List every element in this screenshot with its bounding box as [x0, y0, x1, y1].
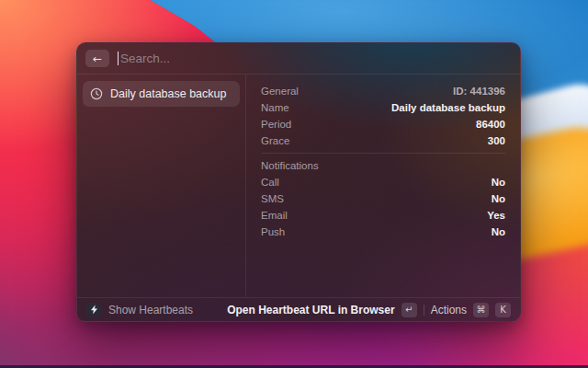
detail-value-grace: 300 — [488, 135, 505, 146]
detail-row-sms: SMS No — [261, 190, 505, 207]
detail-section-divider — [261, 153, 505, 154]
back-button[interactable]: ← — [85, 50, 109, 67]
detail-row-push: Push No — [261, 224, 505, 240]
detail-panel: General ID: 441396 Name Daily database b… — [246, 75, 520, 297]
primary-action-label: Open Heartbeat URL in Browser — [227, 304, 394, 316]
detail-row-call: Call No — [261, 174, 505, 190]
detail-label: Push — [261, 226, 285, 237]
detail-label: Email — [261, 210, 288, 221]
search-field-wrap — [118, 52, 512, 65]
return-key-icon: ↵ — [401, 303, 417, 317]
detail-row-grace: Grace 300 — [261, 132, 505, 149]
detail-row-period: Period 86400 — [261, 116, 505, 132]
extension-name-label: Show Heartbeats — [108, 304, 193, 316]
list-item-label: Daily database backup — [110, 87, 226, 100]
bolt-icon — [86, 303, 101, 317]
detail-value-email: Yes — [487, 210, 505, 221]
actions-label: Actions — [431, 304, 467, 316]
detail-value-name: Daily database backup — [391, 102, 505, 113]
detail-label: Name — [261, 102, 289, 113]
detail-label: Period — [261, 119, 291, 130]
footer-actions: Open Heartbeat URL in Browser ↵ Actions … — [227, 303, 511, 317]
footer-divider — [424, 305, 424, 316]
command-key-icon: ⌘ — [473, 303, 489, 317]
window-body: Daily database backup General ID: 441396… — [77, 75, 520, 297]
detail-row-notifications-header: Notifications — [261, 157, 505, 174]
detail-value-call: No — [492, 177, 505, 188]
search-bar: ← — [77, 43, 520, 75]
search-input[interactable] — [120, 52, 512, 65]
action-bar: Show Heartbeats Open Heartbeat URL in Br… — [77, 297, 520, 321]
detail-section-label: Notifications — [261, 160, 319, 171]
actions-menu-button[interactable]: Actions ⌘ K — [431, 303, 511, 317]
command-palette-window: ← Daily database backup — [76, 42, 521, 322]
k-key-icon: K — [495, 303, 511, 317]
detail-value-id: ID: 441396 — [453, 86, 505, 97]
primary-action-button[interactable]: Open Heartbeat URL in Browser ↵ — [227, 303, 416, 317]
detail-value-sms: No — [492, 193, 505, 204]
detail-label: General — [261, 86, 299, 97]
detail-label: SMS — [261, 193, 284, 204]
detail-value-period: 86400 — [476, 119, 505, 130]
detail-row-name: Name Daily database backup — [261, 99, 505, 116]
detail-value-push: No — [492, 226, 505, 237]
detail-label: Grace — [261, 135, 289, 146]
clock-icon — [90, 87, 103, 100]
results-list: Daily database backup — [77, 75, 246, 297]
detail-row-general: General ID: 441396 — [261, 83, 505, 99]
desktop: ← Daily database backup — [0, 0, 588, 368]
detail-row-email: Email Yes — [261, 207, 505, 224]
back-arrow-icon: ← — [93, 52, 102, 65]
list-item-daily-database-backup[interactable]: Daily database backup — [83, 81, 240, 107]
text-caret — [118, 52, 119, 65]
detail-label: Call — [261, 177, 279, 188]
